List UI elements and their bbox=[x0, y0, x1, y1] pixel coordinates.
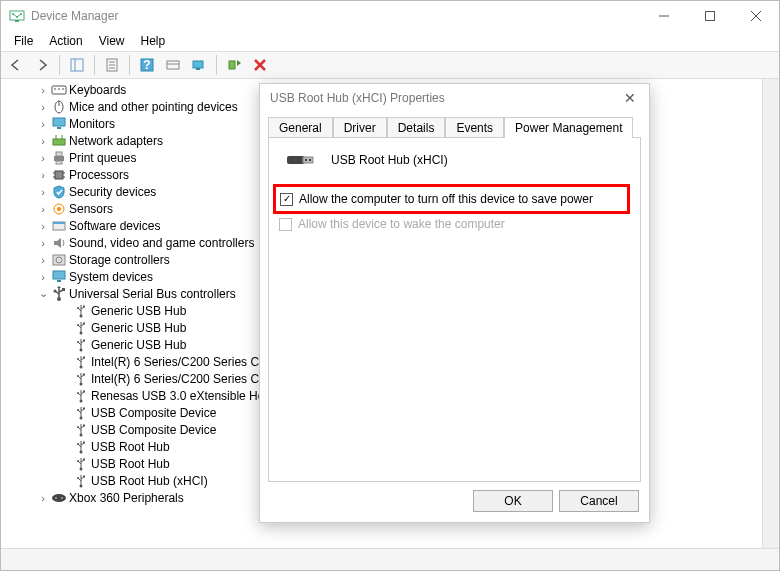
svg-rect-31 bbox=[57, 127, 61, 129]
usb-device-icon bbox=[73, 355, 89, 369]
svg-text:?: ? bbox=[143, 58, 150, 72]
svg-rect-46 bbox=[53, 222, 65, 224]
svg-rect-110 bbox=[83, 441, 85, 443]
dialog-titlebar: USB Root Hub (xHCI) Properties ✕ bbox=[260, 84, 649, 112]
tab-details[interactable]: Details bbox=[387, 117, 446, 138]
svg-rect-36 bbox=[56, 152, 62, 156]
usb-icon bbox=[51, 287, 67, 301]
tree-leaf-label: Intel(R) 6 Series/C200 Series Chip bbox=[91, 372, 275, 386]
menu-view[interactable]: View bbox=[92, 32, 132, 50]
chevron-icon[interactable]: › bbox=[37, 118, 49, 130]
svg-rect-62 bbox=[83, 305, 85, 307]
tree-node-label: Sound, video and game controllers bbox=[69, 236, 254, 250]
svg-rect-21 bbox=[229, 61, 235, 69]
svg-rect-129 bbox=[309, 159, 311, 161]
separator bbox=[216, 55, 217, 75]
properties-button[interactable] bbox=[101, 54, 123, 76]
chevron-icon[interactable]: › bbox=[37, 203, 49, 215]
chevron-icon[interactable]: › bbox=[37, 152, 49, 164]
xbox-icon bbox=[51, 491, 67, 505]
show-hide-tree-button[interactable] bbox=[66, 54, 88, 76]
scrollbar[interactable] bbox=[762, 79, 779, 548]
dialog-tabs: General Driver Details Events Power Mana… bbox=[260, 112, 649, 137]
svg-rect-37 bbox=[56, 161, 62, 164]
separator bbox=[129, 55, 130, 75]
svg-rect-80 bbox=[83, 356, 85, 358]
allow-power-off-label: Allow the computer to turn off this devi… bbox=[299, 192, 593, 206]
tab-events[interactable]: Events bbox=[445, 117, 504, 138]
usb-device-icon bbox=[73, 474, 89, 488]
back-button[interactable] bbox=[5, 54, 27, 76]
allow-wake-checkbox bbox=[279, 218, 292, 231]
maximize-button[interactable] bbox=[687, 1, 733, 31]
menu-action[interactable]: Action bbox=[42, 32, 89, 50]
svg-point-108 bbox=[77, 443, 79, 445]
tree-leaf-label: Generic USB Hub bbox=[91, 321, 186, 335]
svg-rect-116 bbox=[83, 458, 85, 460]
usb-device-icon bbox=[73, 457, 89, 471]
svg-rect-30 bbox=[53, 118, 65, 126]
mouse-icon bbox=[51, 100, 67, 114]
cancel-button[interactable]: Cancel bbox=[559, 490, 639, 512]
dialog-close-button[interactable]: ✕ bbox=[615, 90, 645, 106]
chevron-icon[interactable]: ⌄ bbox=[37, 287, 49, 300]
svg-rect-98 bbox=[83, 407, 85, 409]
allow-power-off-row[interactable]: ✓ Allow the computer to turn off this de… bbox=[280, 192, 623, 206]
tab-power-management[interactable]: Power Management bbox=[504, 117, 633, 138]
menubar: File Action View Help bbox=[1, 31, 779, 51]
uninstall-button[interactable] bbox=[249, 54, 271, 76]
svg-point-43 bbox=[57, 207, 61, 211]
ok-button[interactable]: OK bbox=[473, 490, 553, 512]
svg-point-84 bbox=[77, 375, 79, 377]
svg-point-114 bbox=[77, 460, 79, 462]
menu-file[interactable]: File bbox=[7, 32, 40, 50]
chevron-icon[interactable]: › bbox=[37, 220, 49, 232]
close-button[interactable] bbox=[733, 1, 779, 31]
sound-icon bbox=[51, 236, 67, 250]
chevron-icon[interactable]: › bbox=[37, 169, 49, 181]
cpu-icon bbox=[51, 168, 67, 182]
chevron-icon[interactable]: › bbox=[37, 237, 49, 249]
window-title: Device Manager bbox=[31, 9, 641, 23]
chevron-icon[interactable]: › bbox=[37, 254, 49, 266]
svg-rect-35 bbox=[54, 156, 64, 161]
svg-point-120 bbox=[77, 477, 79, 479]
svg-point-125 bbox=[61, 497, 63, 499]
chevron-icon[interactable]: › bbox=[37, 186, 49, 198]
tree-leaf-label: USB Root Hub (xHCI) bbox=[91, 474, 208, 488]
svg-point-90 bbox=[77, 392, 79, 394]
separator bbox=[94, 55, 95, 75]
svg-point-124 bbox=[55, 497, 57, 499]
sensor-icon bbox=[51, 202, 67, 216]
tree-node-label: Universal Serial Bus controllers bbox=[69, 287, 236, 301]
svg-rect-24 bbox=[52, 86, 66, 94]
shield-icon bbox=[51, 185, 67, 199]
chevron-icon[interactable]: › bbox=[37, 271, 49, 283]
forward-button[interactable] bbox=[31, 54, 53, 76]
enable-button[interactable] bbox=[223, 54, 245, 76]
chevron-icon[interactable]: › bbox=[37, 135, 49, 147]
chevron-icon[interactable]: › bbox=[37, 101, 49, 113]
tab-driver[interactable]: Driver bbox=[333, 117, 387, 138]
tree-leaf-label: Generic USB Hub bbox=[91, 338, 186, 352]
svg-rect-49 bbox=[53, 271, 65, 279]
chevron-icon[interactable]: › bbox=[37, 492, 49, 504]
svg-rect-0 bbox=[10, 11, 24, 20]
tab-general[interactable]: General bbox=[268, 117, 333, 138]
help-button[interactable]: ? bbox=[136, 54, 158, 76]
system-icon bbox=[51, 270, 67, 284]
scan-button[interactable] bbox=[188, 54, 210, 76]
menu-help[interactable]: Help bbox=[134, 32, 173, 50]
chevron-icon[interactable]: › bbox=[37, 84, 49, 96]
software-icon bbox=[51, 219, 67, 233]
allow-power-off-checkbox[interactable]: ✓ bbox=[280, 193, 293, 206]
svg-rect-104 bbox=[83, 424, 85, 426]
tree-leaf-label: Intel(R) 6 Series/C200 Series Chip bbox=[91, 355, 275, 369]
tree-leaf-label: Renesas USB 3.0 eXtensible Host bbox=[91, 389, 274, 403]
minimize-button[interactable] bbox=[641, 1, 687, 31]
network-icon bbox=[51, 134, 67, 148]
dialog-title: USB Root Hub (xHCI) Properties bbox=[270, 91, 615, 105]
details-button[interactable] bbox=[162, 54, 184, 76]
tree-leaf-label: USB Root Hub bbox=[91, 457, 170, 471]
usb-connector-icon bbox=[287, 150, 319, 170]
